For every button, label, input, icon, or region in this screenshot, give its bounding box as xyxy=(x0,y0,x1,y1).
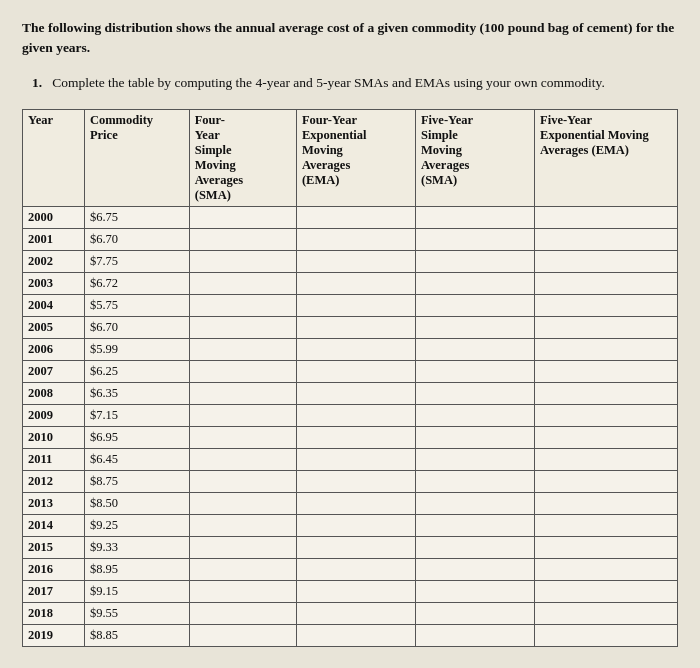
cell-ema4-2004[interactable] xyxy=(296,294,415,316)
table-row: 2011 $6.45 xyxy=(23,448,678,470)
table-row: 2000 $6.75 xyxy=(23,206,678,228)
cell-sma5-2003[interactable] xyxy=(415,272,534,294)
cell-price-2014: $9.25 xyxy=(84,514,189,536)
cell-ema4-2007[interactable] xyxy=(296,360,415,382)
cell-sma4-2013[interactable] xyxy=(189,492,296,514)
cell-ema5-2014[interactable] xyxy=(535,514,678,536)
cell-ema4-2000[interactable] xyxy=(296,206,415,228)
cell-price-2012: $8.75 xyxy=(84,470,189,492)
cell-sma5-2004[interactable] xyxy=(415,294,534,316)
cell-price-2009: $7.15 xyxy=(84,404,189,426)
cell-sma5-2005[interactable] xyxy=(415,316,534,338)
cell-sma4-2010[interactable] xyxy=(189,426,296,448)
cell-year-2008: 2008 xyxy=(23,382,85,404)
cell-sma5-2016[interactable] xyxy=(415,558,534,580)
cell-ema4-2009[interactable] xyxy=(296,404,415,426)
cell-ema4-2003[interactable] xyxy=(296,272,415,294)
cell-sma5-2010[interactable] xyxy=(415,426,534,448)
cell-year-2012: 2012 xyxy=(23,470,85,492)
cell-price-2011: $6.45 xyxy=(84,448,189,470)
cell-sma4-2011[interactable] xyxy=(189,448,296,470)
cell-sma5-2015[interactable] xyxy=(415,536,534,558)
cell-ema4-2008[interactable] xyxy=(296,382,415,404)
cell-sma4-2018[interactable] xyxy=(189,602,296,624)
cell-ema4-2005[interactable] xyxy=(296,316,415,338)
cell-ema5-2016[interactable] xyxy=(535,558,678,580)
cell-sma4-2004[interactable] xyxy=(189,294,296,316)
cell-ema4-2013[interactable] xyxy=(296,492,415,514)
cell-sma4-2002[interactable] xyxy=(189,250,296,272)
cell-sma4-2006[interactable] xyxy=(189,338,296,360)
cell-year-2001: 2001 xyxy=(23,228,85,250)
cell-ema5-2019[interactable] xyxy=(535,624,678,646)
cell-sma5-2001[interactable] xyxy=(415,228,534,250)
cell-sma4-2019[interactable] xyxy=(189,624,296,646)
cell-sma4-2005[interactable] xyxy=(189,316,296,338)
cell-sma4-2008[interactable] xyxy=(189,382,296,404)
cell-sma5-2007[interactable] xyxy=(415,360,534,382)
cell-sma5-2014[interactable] xyxy=(415,514,534,536)
cell-sma4-2014[interactable] xyxy=(189,514,296,536)
cell-year-2019: 2019 xyxy=(23,624,85,646)
header-four-year-sma: Four-YearSimpleMovingAverages(SMA) xyxy=(189,109,296,206)
cell-sma5-2017[interactable] xyxy=(415,580,534,602)
cell-ema4-2017[interactable] xyxy=(296,580,415,602)
cell-sma5-2019[interactable] xyxy=(415,624,534,646)
cell-ema5-2003[interactable] xyxy=(535,272,678,294)
table-row: 2014 $9.25 xyxy=(23,514,678,536)
cell-ema5-2015[interactable] xyxy=(535,536,678,558)
cell-ema5-2010[interactable] xyxy=(535,426,678,448)
cell-sma5-2008[interactable] xyxy=(415,382,534,404)
cell-ema4-2019[interactable] xyxy=(296,624,415,646)
cell-ema5-2009[interactable] xyxy=(535,404,678,426)
cell-sma5-2013[interactable] xyxy=(415,492,534,514)
cell-sma5-2000[interactable] xyxy=(415,206,534,228)
cell-price-2004: $5.75 xyxy=(84,294,189,316)
cell-ema5-2018[interactable] xyxy=(535,602,678,624)
cell-ema4-2014[interactable] xyxy=(296,514,415,536)
cell-year-2011: 2011 xyxy=(23,448,85,470)
cell-ema5-2017[interactable] xyxy=(535,580,678,602)
cell-ema4-2012[interactable] xyxy=(296,470,415,492)
cell-sma4-2003[interactable] xyxy=(189,272,296,294)
cell-sma5-2011[interactable] xyxy=(415,448,534,470)
cell-ema5-2000[interactable] xyxy=(535,206,678,228)
cell-sma4-2012[interactable] xyxy=(189,470,296,492)
cell-ema5-2002[interactable] xyxy=(535,250,678,272)
cell-sma5-2018[interactable] xyxy=(415,602,534,624)
table-row: 2012 $8.75 xyxy=(23,470,678,492)
cell-ema5-2007[interactable] xyxy=(535,360,678,382)
header-four-year-ema: Four-YearExponentialMovingAverages(EMA) xyxy=(296,109,415,206)
cell-ema4-2018[interactable] xyxy=(296,602,415,624)
cell-ema4-2015[interactable] xyxy=(296,536,415,558)
cell-ema5-2011[interactable] xyxy=(535,448,678,470)
cell-sma4-2015[interactable] xyxy=(189,536,296,558)
cell-sma4-2001[interactable] xyxy=(189,228,296,250)
cell-ema4-2010[interactable] xyxy=(296,426,415,448)
cell-ema4-2002[interactable] xyxy=(296,250,415,272)
cell-ema4-2011[interactable] xyxy=(296,448,415,470)
cell-year-2009: 2009 xyxy=(23,404,85,426)
cell-sma4-2009[interactable] xyxy=(189,404,296,426)
cell-sma4-2017[interactable] xyxy=(189,580,296,602)
cell-ema5-2005[interactable] xyxy=(535,316,678,338)
cell-ema5-2006[interactable] xyxy=(535,338,678,360)
table-row: 2003 $6.72 xyxy=(23,272,678,294)
cell-ema5-2012[interactable] xyxy=(535,470,678,492)
cell-ema5-2008[interactable] xyxy=(535,382,678,404)
cell-ema4-2006[interactable] xyxy=(296,338,415,360)
cell-ema5-2004[interactable] xyxy=(535,294,678,316)
cell-ema5-2001[interactable] xyxy=(535,228,678,250)
cell-year-2002: 2002 xyxy=(23,250,85,272)
cell-sma5-2006[interactable] xyxy=(415,338,534,360)
cell-sma4-2016[interactable] xyxy=(189,558,296,580)
cell-ema4-2001[interactable] xyxy=(296,228,415,250)
cell-ema4-2016[interactable] xyxy=(296,558,415,580)
cell-sma4-2007[interactable] xyxy=(189,360,296,382)
cell-sma5-2012[interactable] xyxy=(415,470,534,492)
cell-sma5-2009[interactable] xyxy=(415,404,534,426)
cell-sma4-2000[interactable] xyxy=(189,206,296,228)
cell-year-2013: 2013 xyxy=(23,492,85,514)
cell-sma5-2002[interactable] xyxy=(415,250,534,272)
cell-ema5-2013[interactable] xyxy=(535,492,678,514)
